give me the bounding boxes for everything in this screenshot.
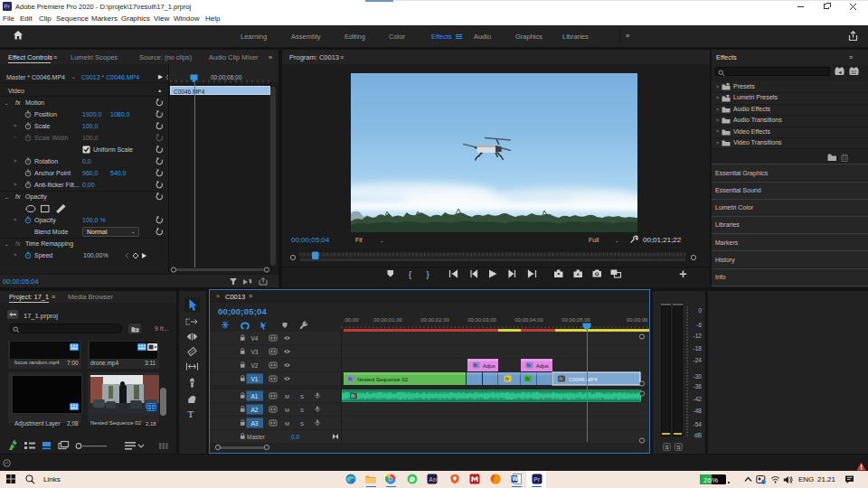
- svg-text:Pr: Pr: [533, 476, 540, 483]
- svg-text:W: W: [513, 475, 519, 482]
- svg-text:{: {: [409, 270, 411, 279]
- svg-text:An: An: [429, 476, 437, 483]
- svg-text:fx: fx: [505, 376, 510, 381]
- svg-text:fx: fx: [527, 362, 532, 368]
- svg-text:Adjus: Adjus: [536, 363, 549, 369]
- svg-text:T: T: [188, 408, 194, 419]
- svg-text:fx: fx: [351, 393, 355, 399]
- svg-text:}: }: [427, 270, 429, 279]
- svg-text:fx: fx: [348, 376, 353, 381]
- svg-text:fx: fx: [525, 376, 530, 381]
- svg-text:Nested Sequence 02: Nested Sequence 02: [357, 377, 409, 382]
- svg-text:C0046.MP4: C0046.MP4: [569, 377, 598, 382]
- svg-text:fx: fx: [474, 362, 478, 368]
- svg-text:fx: fx: [559, 376, 563, 381]
- svg-text:32: 32: [851, 70, 856, 75]
- svg-text:Adjus: Adjus: [483, 363, 495, 369]
